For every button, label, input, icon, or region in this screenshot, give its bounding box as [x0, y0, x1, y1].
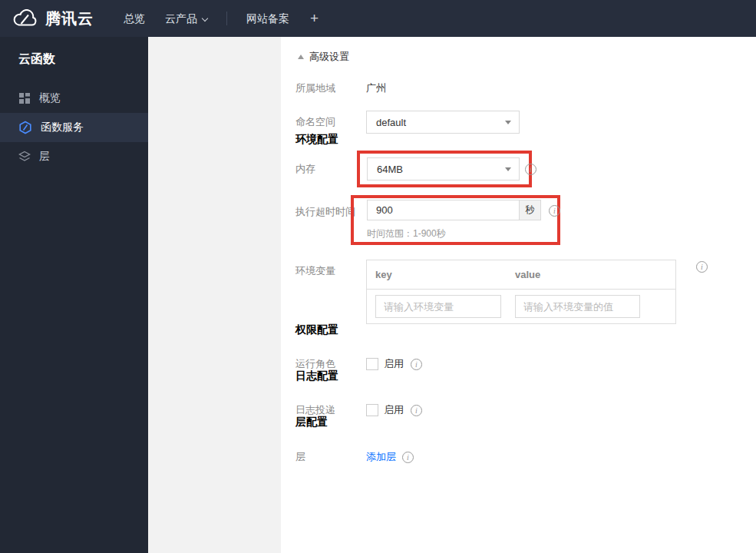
env-vars-table: key value: [366, 260, 676, 324]
function-hexagon-icon: [18, 121, 32, 134]
env-vars-row: 环境变量 key value i: [295, 260, 756, 324]
layers-icon: [18, 151, 31, 163]
sidebar-item-label: 层: [39, 150, 50, 164]
cloud-logo-icon: [12, 9, 38, 28]
timeout-annotation-box: 秒 时间范围：1-900秒 i: [351, 195, 560, 245]
add-layer-info-icon[interactable]: i: [402, 452, 414, 463]
env-value-input[interactable]: [515, 295, 640, 318]
memory-select[interactable]: 64MB: [367, 157, 520, 180]
env-vars-info-icon[interactable]: i: [696, 261, 708, 273]
collapse-triangle-icon: [298, 55, 304, 59]
region-label: 所属地域: [295, 81, 366, 95]
run-role-row: 运行角色 启用 i: [295, 358, 756, 370]
section-permission-config: 权限配置: [295, 324, 756, 336]
run-role-info-icon[interactable]: i: [411, 359, 422, 370]
top-navigation: 总览 云产品 网站备案 +: [114, 0, 329, 37]
section-layer-config: 层配置: [295, 416, 756, 428]
timeout-input[interactable]: [368, 200, 519, 220]
advanced-settings-label: 高级设置: [309, 50, 349, 64]
dropdown-caret-icon: [505, 167, 511, 171]
tencent-cloud-logo[interactable]: 腾讯云: [0, 8, 94, 29]
advanced-settings-toggle[interactable]: 高级设置: [298, 51, 756, 62]
memory-label: 内存: [295, 162, 366, 176]
log-delivery-info-icon[interactable]: i: [411, 405, 422, 416]
grid-icon: [18, 92, 31, 104]
logo-text: 腾讯云: [45, 8, 94, 29]
nav-overview[interactable]: 总览: [114, 0, 155, 37]
layer-row: 层 添加层 i: [295, 451, 756, 463]
timeout-unit-button[interactable]: 秒: [519, 200, 540, 220]
sidebar-item-label: 概览: [39, 91, 61, 105]
add-layer-link[interactable]: 添加层: [366, 450, 396, 464]
namespace-selected-value: default: [376, 117, 406, 128]
sidebar-item-layers[interactable]: 层: [0, 142, 148, 171]
namespace-row: 命名空间 default: [295, 111, 756, 134]
namespace-label: 命名空间: [295, 115, 366, 129]
nav-divider: [226, 12, 227, 25]
env-vars-header: key value: [367, 260, 675, 290]
timeout-row: 执行超时时间 秒 时间范围：1-900秒 i: [295, 195, 756, 245]
sidebar-item-overview[interactable]: 概览: [0, 84, 148, 113]
run-role-checkbox[interactable]: [366, 358, 378, 370]
sidebar-title: 云函数: [0, 37, 148, 84]
memory-info-icon[interactable]: i: [525, 164, 536, 175]
nav-cloud-products[interactable]: 云产品: [155, 0, 217, 37]
env-vars-input-row: [367, 290, 675, 323]
log-delivery-checkbox[interactable]: [366, 404, 378, 416]
nav-icp-filing[interactable]: 网站备案: [236, 0, 299, 37]
region-row: 所属地域 广州: [295, 82, 756, 94]
add-tab-button[interactable]: +: [299, 10, 329, 27]
secondary-panel: [148, 37, 281, 553]
layer-label: 层: [295, 450, 366, 464]
sidebar: 云函数 概览 函数服务: [0, 37, 148, 553]
section-env-config: 环境配置: [295, 134, 756, 145]
chevron-down-icon: [202, 15, 208, 22]
memory-selected-value: 64MB: [377, 164, 403, 175]
section-log-config: 日志配置: [295, 370, 756, 382]
memory-row: 内存 64MB i: [295, 151, 756, 187]
env-vars-label: 环境变量: [295, 260, 366, 324]
topbar: 腾讯云 总览 云产品 网站备案 +: [0, 0, 756, 37]
memory-annotation-box: 64MB: [357, 151, 532, 187]
sidebar-item-function-service[interactable]: 函数服务: [0, 113, 148, 142]
log-delivery-enable-label: 启用: [384, 403, 404, 417]
log-delivery-row: 日志投递 启用 i: [295, 404, 756, 416]
sidebar-item-label: 函数服务: [41, 121, 84, 134]
timeout-hint: 时间范围：1-900秒: [367, 227, 557, 240]
run-role-enable-label: 启用: [384, 357, 404, 371]
env-key-input[interactable]: [375, 295, 501, 318]
env-key-header: key: [375, 269, 515, 280]
dropdown-caret-icon: [505, 121, 511, 124]
nav-cloud-products-label: 云产品: [165, 12, 197, 25]
env-value-header: value: [515, 269, 540, 280]
timeout-input-group: 秒: [367, 200, 541, 220]
namespace-select[interactable]: default: [366, 111, 520, 134]
timeout-info-icon[interactable]: i: [549, 205, 560, 217]
main-content: 高级设置 所属地域 广州 命名空间 default 环境配置 内存 64MB i: [281, 37, 756, 553]
region-value: 广州: [366, 81, 386, 95]
